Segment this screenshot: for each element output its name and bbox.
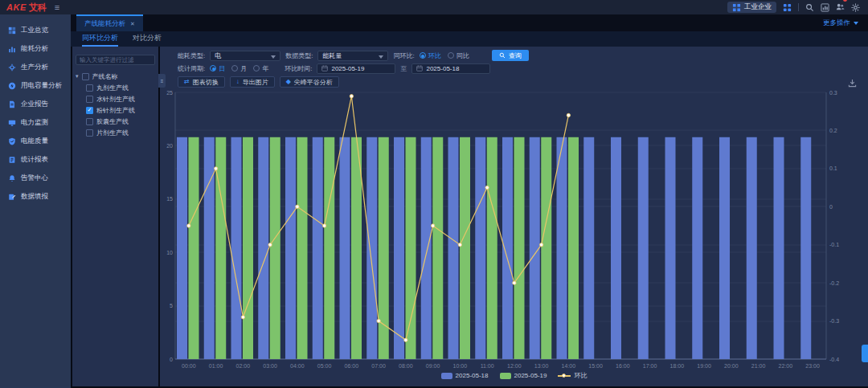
gear-icon[interactable]: [851, 3, 860, 12]
ratio-point-04:00[interactable]: [296, 205, 299, 208]
bar-2025-05-19-07:00[interactable]: [379, 137, 389, 359]
more-actions-button[interactable]: 更多操作: [823, 14, 868, 31]
legend-item-2[interactable]: 环比: [558, 371, 587, 380]
bar-2025-05-19-01:00[interactable]: [215, 137, 226, 359]
ratio-point-02:00[interactable]: [241, 316, 244, 319]
tree-item-1[interactable]: 水针剂生产线: [76, 93, 155, 104]
bar-2025-05-18-03:00[interactable]: [258, 137, 268, 359]
sidebar-item-1[interactable]: 能耗分析: [0, 39, 71, 58]
end-date-picker[interactable]: 2025-05-18: [411, 63, 490, 74]
bar-2025-05-18-18:00[interactable]: [665, 137, 676, 359]
tree-collapse-handle[interactable]: ≡: [158, 74, 166, 88]
period-option-1[interactable]: 月: [231, 64, 247, 73]
tree-item-checkbox[interactable]: ✓: [86, 107, 93, 114]
search-icon[interactable]: [805, 3, 814, 12]
sidebar-item-9[interactable]: 数据填报: [0, 187, 71, 206]
sidebar-item-5[interactable]: 电力监测: [0, 113, 71, 132]
tree-item-checkbox[interactable]: [86, 129, 93, 137]
ratio-point-09:00[interactable]: [431, 224, 434, 227]
bar-2025-05-19-08:00[interactable]: [406, 137, 416, 359]
ratio-option-1[interactable]: 同比: [448, 51, 469, 60]
apps-grid-icon[interactable]: [783, 3, 792, 12]
bar-2025-05-18-09:00[interactable]: [421, 137, 432, 359]
tab-close-icon[interactable]: ✕: [130, 21, 135, 27]
ratio-point-03:00[interactable]: [268, 243, 272, 247]
period-option-2[interactable]: 年: [253, 64, 268, 73]
tree-item-0[interactable]: 丸剂生产线: [76, 82, 155, 93]
bar-2025-05-19-10:00[interactable]: [460, 137, 470, 359]
bar-2025-05-18-22:00[interactable]: [774, 137, 784, 359]
org-selector-button[interactable]: 工业企业: [727, 2, 776, 13]
legend-item-1[interactable]: 2025-05-19: [500, 372, 547, 379]
scrollbar-handle[interactable]: [862, 345, 868, 362]
energy-type-select[interactable]: 电: [210, 51, 280, 61]
users-menu[interactable]: [836, 0, 845, 14]
subtab-0[interactable]: 同环比分析: [82, 31, 118, 47]
ratio-point-12:00[interactable]: [513, 281, 516, 284]
bar-2025-05-18-13:00[interactable]: [530, 137, 540, 359]
ratio-point-01:00[interactable]: [214, 167, 217, 170]
period-option-0[interactable]: 日: [210, 64, 225, 73]
ratio-point-13:00[interactable]: [539, 243, 542, 247]
bar-2025-05-19-02:00[interactable]: [243, 137, 253, 359]
bar-2025-05-19-11:00[interactable]: [487, 137, 497, 359]
ratio-point-08:00[interactable]: [404, 338, 407, 341]
sidebar-item-4[interactable]: 企业报告: [0, 95, 71, 113]
bar-2025-05-18-01:00[interactable]: [204, 137, 215, 359]
tree-item-checkbox[interactable]: [86, 118, 93, 125]
sidebar-item-0[interactable]: 工业总览: [0, 21, 71, 39]
tree-expand-icon[interactable]: ▾: [76, 73, 79, 80]
tree-item-checkbox[interactable]: [86, 84, 93, 92]
bar-2025-05-18-14:00[interactable]: [557, 137, 567, 359]
ratio-point-06:00[interactable]: [350, 95, 353, 98]
tree-item-3[interactable]: 胶囊生产线: [76, 116, 155, 127]
subtab-1[interactable]: 对比分析: [133, 31, 162, 47]
bar-2025-05-19-05:00[interactable]: [324, 137, 334, 359]
tree-root-row[interactable]: ▾产线名称: [76, 71, 155, 82]
bar-2025-05-18-02:00[interactable]: [231, 137, 242, 359]
tree-item-checkbox[interactable]: [86, 96, 93, 103]
tree-item-2[interactable]: ✓粉针剂生产线: [76, 104, 155, 116]
sidebar-item-6[interactable]: 电能质量: [0, 132, 71, 150]
ratio-option-0[interactable]: 环比: [420, 51, 441, 60]
tab-production-line-energy[interactable]: 产线能耗分析 ✕: [76, 14, 143, 31]
download-chart-icon[interactable]: [848, 79, 857, 88]
bar-2025-05-19-03:00[interactable]: [270, 137, 280, 359]
sidebar-item-3[interactable]: 用电容量分析: [0, 76, 71, 95]
bar-2025-05-19-00:00[interactable]: [189, 137, 199, 359]
sidebar-item-7[interactable]: 统计报表: [0, 150, 71, 169]
ratio-point-00:00[interactable]: [187, 224, 190, 227]
bar-2025-05-19-09:00[interactable]: [432, 137, 443, 359]
bar-2025-05-18-23:00[interactable]: [800, 137, 811, 359]
bar-2025-05-18-07:00[interactable]: [366, 137, 377, 359]
bar-2025-05-18-05:00[interactable]: [313, 137, 323, 359]
ratio-point-14:00[interactable]: [567, 113, 570, 116]
bar-2025-05-18-16:00[interactable]: [611, 137, 621, 359]
hamburger-menu-icon[interactable]: ≡: [55, 2, 59, 12]
ratio-point-10:00[interactable]: [458, 243, 461, 247]
ratio-point-05:00[interactable]: [322, 224, 326, 227]
tree-root-checkbox[interactable]: [82, 73, 89, 80]
start-date-picker[interactable]: 2025-05-19: [317, 63, 395, 74]
data-type-select[interactable]: 能耗量: [317, 51, 388, 61]
tree-filter-input[interactable]: [76, 55, 155, 65]
bar-2025-05-18-17:00[interactable]: [638, 137, 649, 359]
tree-item-4[interactable]: 片剂生产线: [76, 127, 155, 138]
bar-2025-05-18-08:00[interactable]: [394, 137, 404, 359]
bar-2025-05-19-14:00[interactable]: [568, 137, 579, 359]
bar-2025-05-19-04:00[interactable]: [297, 137, 308, 359]
legend-item-0[interactable]: 2025-05-18: [441, 372, 489, 379]
sidebar-item-8[interactable]: 告警中心: [0, 169, 71, 187]
bar-2025-05-18-15:00[interactable]: [583, 137, 594, 359]
bar-2025-05-18-21:00[interactable]: [747, 137, 757, 359]
bar-2025-05-18-19:00[interactable]: [692, 137, 702, 359]
bar-2025-05-18-11:00[interactable]: [475, 137, 485, 359]
ratio-point-07:00[interactable]: [377, 319, 380, 322]
bar-2025-05-18-04:00[interactable]: [285, 137, 296, 359]
bar-2025-05-18-06:00[interactable]: [340, 137, 350, 359]
bar-2025-05-18-10:00[interactable]: [448, 137, 459, 359]
sidebar-item-2[interactable]: 生产分析: [0, 58, 71, 76]
bar-2025-05-18-00:00[interactable]: [177, 137, 187, 359]
chart-stats-icon[interactable]: [821, 3, 829, 12]
bar-2025-05-19-13:00[interactable]: [541, 137, 551, 359]
